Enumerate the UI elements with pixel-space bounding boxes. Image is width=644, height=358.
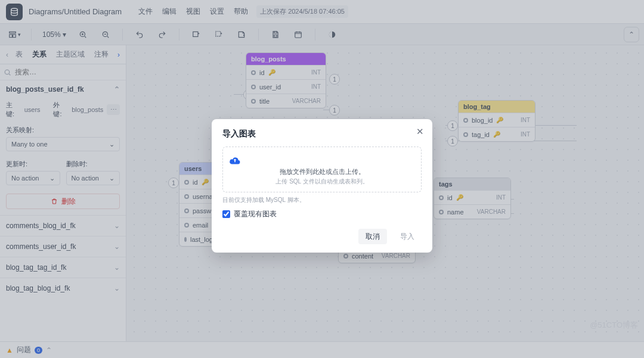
overwrite-label: 覆盖现有图表 [234,209,277,219]
dropzone-line1: 拖放文件到此处或点击上传。 [229,167,415,176]
upload-icon [229,155,415,165]
import-modal: 导入图表 ✕ 拖放文件到此处或点击上传。 上传 SQL 文件以自动生成表和列。 … [212,119,432,253]
dropzone[interactable]: 拖放文件到此处或点击上传。 上传 SQL 文件以自动生成表和列。 [222,147,422,192]
modal-overlay[interactable]: 导入图表 ✕ 拖放文件到此处或点击上传。 上传 SQL 文件以自动生成表和列。 … [0,0,644,358]
modal-actions: 取消 导入 [222,229,422,244]
dropzone-line2: 上传 SQL 文件以自动生成表和列。 [229,178,415,186]
modal-title: 导入图表 [222,129,422,139]
modal-hint: 目前仅支持加载 MySQL 脚本。 [222,196,422,204]
close-icon[interactable]: ✕ [416,126,424,137]
cancel-button[interactable]: 取消 [358,229,387,244]
import-button[interactable]: 导入 [393,229,422,244]
overwrite-checkbox[interactable] [222,210,230,218]
overwrite-checkbox-row[interactable]: 覆盖现有图表 [222,209,422,219]
